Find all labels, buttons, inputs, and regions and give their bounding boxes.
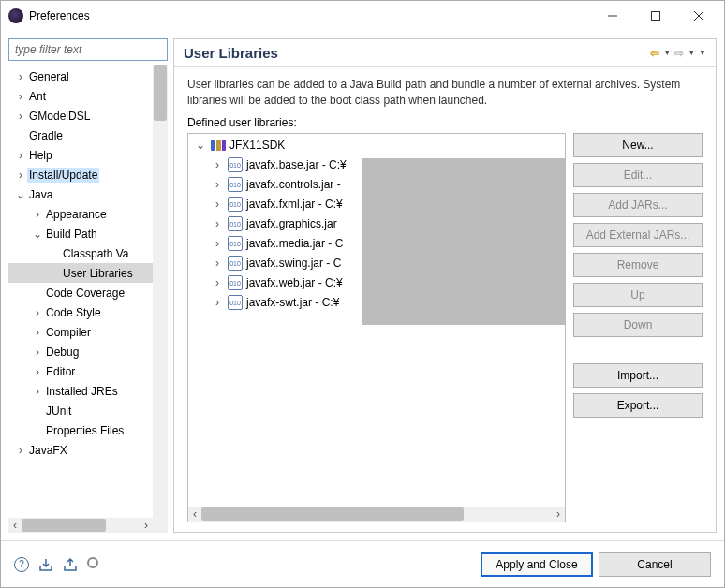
tree-item[interactable]: Properties Files xyxy=(8,420,168,440)
libraries-tree[interactable]: ⌄JFX11SDK›010javafx.base.jar - C:¥›010ja… xyxy=(187,133,566,522)
oomph-icon[interactable] xyxy=(87,557,98,568)
twisty-icon: › xyxy=(211,178,224,191)
tree-item-label: Build Path xyxy=(44,227,99,242)
add-external-jars-button[interactable]: Add External JARs... xyxy=(573,223,703,247)
twisty-icon: › xyxy=(211,237,224,250)
jar-label: javafx.fxml.jar - C:¥ xyxy=(246,198,343,211)
tree-item[interactable]: ›Debug xyxy=(8,342,168,361)
up-button[interactable]: Up xyxy=(573,283,703,307)
library-root[interactable]: ⌄JFX11SDK xyxy=(188,136,565,155)
tree-item-label: Code Style xyxy=(44,305,103,320)
jar-icon: 010 xyxy=(228,256,243,271)
tree-item-label: Classpath Va xyxy=(61,246,130,261)
menu-dropdown-icon[interactable]: ▼ xyxy=(699,49,706,57)
tree-item[interactable]: ›Ant xyxy=(8,86,168,106)
export-prefs-icon[interactable] xyxy=(63,557,78,572)
jar-icon: 010 xyxy=(228,275,243,290)
preferences-tree[interactable]: ›General›Ant›GModelDSLGradle›Help›Instal… xyxy=(8,65,168,533)
page-description: User libraries can be added to a Java Bu… xyxy=(187,77,703,109)
content-area: type filter text ›General›Ant›GModelDSLG… xyxy=(1,31,724,540)
tree-item[interactable]: ⌄Build Path xyxy=(8,224,168,243)
titlebar: Preferences xyxy=(1,1,724,31)
button-column: New... Edit... Add JARs... Add External … xyxy=(573,133,703,522)
new-button[interactable]: New... xyxy=(573,133,703,157)
jar-label: javafx-swt.jar - C:¥ xyxy=(246,296,339,309)
library-icon xyxy=(211,140,226,151)
jar-label: javafx.base.jar - C:¥ xyxy=(246,158,347,171)
close-button[interactable] xyxy=(677,2,720,30)
jar-icon: 010 xyxy=(228,216,243,231)
jar-label: javafx.graphics.jar xyxy=(246,217,337,230)
tree-item-label: Debug xyxy=(44,345,81,360)
export-button[interactable]: Export... xyxy=(573,393,703,418)
import-button[interactable]: Import... xyxy=(573,363,703,388)
twisty-icon: › xyxy=(14,70,27,83)
twisty-icon: ⌄ xyxy=(31,228,44,241)
twisty-icon: › xyxy=(31,365,44,378)
tree-item[interactable]: JUnit xyxy=(8,401,168,420)
jar-icon: 010 xyxy=(228,197,243,212)
tree-item-label: Appearance xyxy=(44,207,109,222)
tree-item[interactable]: ⌄Java xyxy=(8,184,168,204)
tree-item[interactable]: ›JavaFX xyxy=(8,440,168,460)
tree-item[interactable]: ›Editor xyxy=(8,361,168,381)
page-title: User Libraries xyxy=(184,45,650,61)
tree-item[interactable]: ›Install/Update xyxy=(8,165,168,184)
tree-item-label: Java xyxy=(27,187,54,202)
tree-item[interactable]: ›Installed JREs xyxy=(8,381,168,401)
add-jars-button[interactable]: Add JARs... xyxy=(573,193,703,217)
apply-and-close-button[interactable]: Apply and Close xyxy=(481,552,593,577)
import-prefs-icon[interactable] xyxy=(38,557,53,572)
forward-icon[interactable]: ⇨ xyxy=(674,47,684,60)
twisty-icon: › xyxy=(14,149,27,162)
sidebar: type filter text ›General›Ant›GModelDSLG… xyxy=(8,38,168,533)
jar-icon: 010 xyxy=(228,295,243,310)
back-dropdown-icon[interactable]: ▼ xyxy=(663,49,671,57)
edit-button[interactable]: Edit... xyxy=(573,163,703,187)
tree-item-label: User Libraries xyxy=(61,266,135,281)
back-icon[interactable]: ⇦ xyxy=(650,47,659,60)
tree-item[interactable]: Classpath Va xyxy=(8,243,168,263)
maximize-button[interactable] xyxy=(634,2,677,30)
tree-item[interactable]: ›Appearance xyxy=(8,204,168,224)
twisty-icon: › xyxy=(31,385,44,398)
defined-libraries-label: Defined user libraries: xyxy=(187,116,703,129)
tree-item-label: Installed JREs xyxy=(44,384,120,399)
tree-item-label: GModelDSL xyxy=(27,109,92,124)
minimize-button[interactable] xyxy=(591,2,634,30)
twisty-icon: › xyxy=(14,169,27,182)
lib-hscrollbar[interactable]: ‹› xyxy=(188,507,565,522)
twisty-icon: › xyxy=(211,217,224,230)
twisty-icon: › xyxy=(14,444,27,457)
tree-item[interactable]: User Libraries xyxy=(8,263,168,283)
main-panel: User Libraries ⇦▼ ⇨▼ ▼ User libraries ca… xyxy=(173,38,717,533)
twisty-icon: › xyxy=(31,208,44,221)
tree-item[interactable]: ›General xyxy=(8,66,168,86)
jar-icon: 010 xyxy=(228,236,243,251)
tree-item-label: Help xyxy=(27,148,54,163)
tree-item-label: Code Coverage xyxy=(44,286,126,301)
tree-item[interactable]: Code Coverage xyxy=(8,283,168,302)
gray-overlay xyxy=(362,158,566,325)
remove-button[interactable]: Remove xyxy=(573,253,703,277)
tree-item[interactable]: ›Compiler xyxy=(8,322,168,342)
tree-vscrollbar[interactable] xyxy=(153,65,168,518)
tree-item[interactable]: Gradle xyxy=(8,125,168,145)
tree-item-label: JUnit xyxy=(44,404,73,419)
eclipse-icon xyxy=(8,8,23,23)
jar-icon: 010 xyxy=(228,177,243,192)
cancel-button[interactable]: Cancel xyxy=(599,552,711,577)
filter-input[interactable]: type filter text xyxy=(8,38,168,61)
tree-item[interactable]: ›Help xyxy=(8,145,168,165)
nav-arrows: ⇦▼ ⇨▼ ▼ xyxy=(650,47,706,60)
jar-label: javafx.controls.jar - xyxy=(246,178,341,191)
twisty-icon: › xyxy=(14,110,27,123)
tree-hscrollbar[interactable]: ‹› xyxy=(8,518,153,533)
tree-item[interactable]: ›Code Style xyxy=(8,302,168,322)
forward-dropdown-icon[interactable]: ▼ xyxy=(688,49,695,57)
tree-item-label: Properties Files xyxy=(44,423,126,438)
help-icon[interactable]: ? xyxy=(14,557,29,572)
down-button[interactable]: Down xyxy=(573,313,703,337)
twisty-icon: › xyxy=(14,90,27,103)
tree-item[interactable]: ›GModelDSL xyxy=(8,106,168,125)
